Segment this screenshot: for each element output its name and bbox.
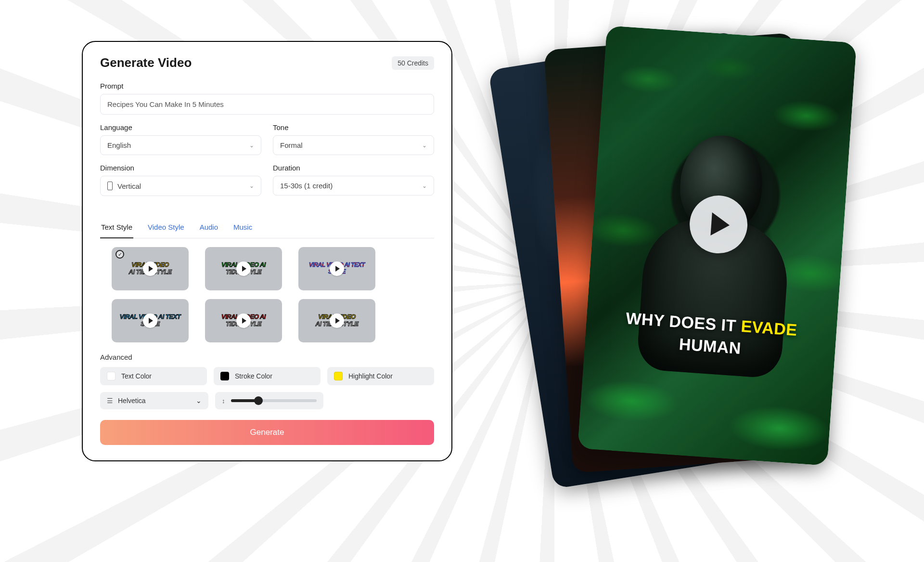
text-style-grid: ✓ VIRAL VIDEOAI TEXT STYLE VIRAL VIDEO A… bbox=[100, 247, 434, 342]
play-icon[interactable] bbox=[143, 261, 157, 276]
font-size-slider[interactable]: ↕ bbox=[215, 392, 323, 409]
chevron-down-icon: ⌄ bbox=[422, 183, 427, 189]
style-tabs: Text Style Video Style Audio Music bbox=[100, 218, 434, 238]
tab-text-style[interactable]: Text Style bbox=[100, 218, 133, 238]
stroke-color-swatch bbox=[220, 372, 229, 380]
credits-badge: 50 Credits bbox=[392, 56, 434, 70]
play-icon[interactable] bbox=[236, 314, 251, 328]
size-icon: ↕ bbox=[222, 397, 225, 405]
tab-music[interactable]: Music bbox=[232, 218, 253, 238]
stroke-color-picker[interactable]: Stroke Color bbox=[214, 367, 321, 385]
font-select[interactable]: ☰ Helvetica ⌄ bbox=[100, 392, 208, 409]
preview-stack: WHY DOES IT EVADE HUMAN bbox=[520, 29, 924, 510]
text-style-option[interactable]: VIRAL VIDEO AI TEXTSTYLE bbox=[112, 299, 189, 342]
duration-value: 15-30s (1 credit) bbox=[280, 182, 333, 190]
tone-select[interactable]: Formal ⌄ bbox=[273, 135, 434, 155]
text-style-option[interactable]: VIRAL VIDEO AI TEXTSTYLE bbox=[298, 247, 375, 290]
text-color-label: Text Color bbox=[121, 372, 152, 380]
play-icon[interactable] bbox=[236, 261, 251, 276]
tone-value: Formal bbox=[280, 141, 303, 149]
duration-select[interactable]: 15-30s (1 credit) ⌄ bbox=[273, 176, 434, 196]
highlight-color-swatch bbox=[334, 372, 343, 380]
slider-track[interactable] bbox=[231, 399, 317, 402]
tone-label: Tone bbox=[273, 123, 434, 131]
check-icon: ✓ bbox=[116, 250, 124, 259]
play-icon[interactable] bbox=[330, 261, 344, 276]
generate-video-panel: Generate Video 50 Credits Prompt Languag… bbox=[82, 41, 452, 461]
stroke-color-label: Stroke Color bbox=[235, 372, 272, 380]
prompt-input[interactable] bbox=[100, 94, 434, 115]
font-icon: ☰ bbox=[107, 397, 113, 405]
prompt-field: Prompt bbox=[100, 82, 434, 115]
chevron-down-icon: ⌄ bbox=[196, 397, 202, 405]
text-color-swatch bbox=[107, 372, 116, 380]
text-style-option[interactable]: VIRAL VIDEO AITEXT STYLE bbox=[205, 247, 282, 290]
font-value: Helvetica bbox=[118, 397, 146, 405]
highlight-color-picker[interactable]: Highlight Color bbox=[327, 367, 434, 385]
generate-button[interactable]: Generate bbox=[100, 420, 434, 445]
chevron-down-icon: ⌄ bbox=[422, 142, 427, 149]
text-style-option[interactable]: VIRAL VIDEOAI TEXT STYLE bbox=[298, 299, 375, 342]
chevron-down-icon: ⌄ bbox=[249, 183, 254, 189]
vertical-icon bbox=[107, 182, 113, 190]
text-style-option[interactable]: ✓ VIRAL VIDEOAI TEXT STYLE bbox=[112, 247, 189, 290]
text-color-picker[interactable]: Text Color bbox=[100, 367, 207, 385]
dimension-value: Vertical bbox=[117, 182, 141, 190]
language-value: English bbox=[107, 141, 131, 149]
language-label: Language bbox=[100, 123, 261, 131]
language-select[interactable]: English ⌄ bbox=[100, 135, 261, 155]
highlight-color-label: Highlight Color bbox=[348, 372, 393, 380]
panel-title: Generate Video bbox=[100, 55, 192, 70]
dimension-label: Dimension bbox=[100, 164, 261, 172]
play-icon[interactable] bbox=[330, 314, 344, 328]
tab-audio[interactable]: Audio bbox=[199, 218, 219, 238]
play-icon[interactable] bbox=[143, 314, 157, 328]
advanced-label: Advanced bbox=[100, 353, 434, 361]
chevron-down-icon: ⌄ bbox=[249, 142, 254, 149]
duration-label: Duration bbox=[273, 164, 434, 172]
slider-thumb[interactable] bbox=[254, 396, 263, 405]
tab-video-style[interactable]: Video Style bbox=[147, 218, 185, 238]
dimension-select[interactable]: Vertical ⌄ bbox=[100, 176, 261, 196]
prompt-label: Prompt bbox=[100, 82, 434, 90]
text-style-option[interactable]: VIRAL VIDEO AITEXT STYLE bbox=[205, 299, 282, 342]
preview-card-front[interactable]: WHY DOES IT EVADE HUMAN bbox=[578, 26, 857, 466]
panel-header: Generate Video 50 Credits bbox=[100, 55, 434, 70]
